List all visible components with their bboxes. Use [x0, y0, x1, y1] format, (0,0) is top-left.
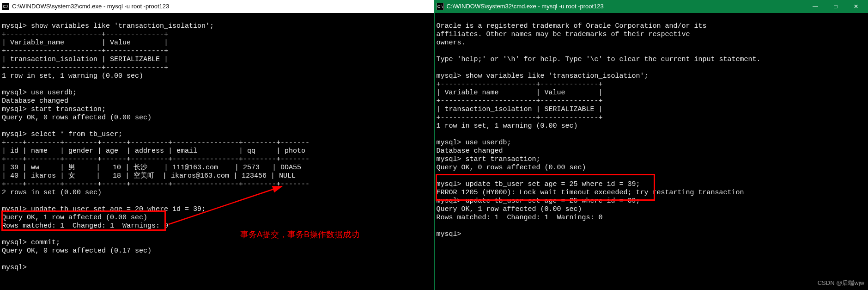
- titlebar-right[interactable]: C:\ C:\WINDOWS\system32\cmd.exe - mysql …: [435, 0, 868, 13]
- terminal-line: +-----------------------+--------------+: [2, 47, 168, 55]
- terminal-line: Type 'help;' or '\h' for help. Type '\c'…: [437, 56, 761, 63]
- terminal-line: Rows matched: 1 Changed: 1 Warnings: 0: [437, 214, 603, 222]
- close-button[interactable]: ✕: [846, 0, 866, 13]
- minimize-button[interactable]: —: [805, 0, 826, 13]
- terminal-line: Database changed: [2, 97, 68, 105]
- terminal-line: owners.: [437, 39, 466, 47]
- terminal-line: mysql> start transaction;: [437, 155, 540, 163]
- terminal-line: mysql> update tb_user set age = 20 where…: [2, 205, 206, 213]
- terminal-line: mysql> show variables like 'transaction_…: [2, 22, 214, 30]
- terminal-left-pane: C:\ C:\WINDOWS\system32\cmd.exe - mysql …: [0, 0, 435, 290]
- terminal-line: mysql> update tb_user set age = 25 where…: [437, 180, 640, 188]
- terminal-line: | Variable_name | Value |: [437, 89, 603, 97]
- terminal-line: ERROR 1205 (HY000): Lock wait timeout ex…: [437, 189, 744, 197]
- terminal-line: mysql> update tb_user set age = 25 where…: [437, 197, 640, 205]
- terminal-line: Database changed: [437, 147, 503, 155]
- terminal-line: mysql> show variables like 'transaction_…: [437, 72, 649, 80]
- terminal-line: mysql>: [2, 264, 27, 271]
- maximize-button[interactable]: □: [826, 0, 846, 13]
- terminal-line: | Variable_name | Value |: [2, 39, 168, 47]
- terminal-line: Query OK, 1 row affected (0.00 sec): [437, 205, 582, 213]
- terminal-content-left[interactable]: mysql> show variables like 'transaction_…: [0, 13, 434, 281]
- terminal-line: +----+--------+--------+------+---------…: [2, 155, 310, 163]
- terminal-line: Rows matched: 1 Changed: 1 Warnings: 0: [2, 222, 168, 230]
- terminal-line: affiliates. Other names may be trademark…: [437, 31, 690, 38]
- window-title-right: C:\WINDOWS\system32\cmd.exe - mysql -u r…: [447, 3, 806, 10]
- terminal-line: 2 rows in set (0.00 sec): [2, 189, 102, 197]
- terminal-line: mysql> select * from tb_user;: [2, 130, 122, 138]
- terminal-line: +-----------------------+--------------+: [437, 114, 603, 122]
- annotation-text: 事务A提交，事务B操作数据成功: [240, 229, 359, 240]
- terminal-line: Query OK, 0 rows affected (0.17 sec): [2, 247, 152, 255]
- terminal-line: +----+--------+--------+------+---------…: [2, 139, 310, 147]
- terminal-line: | transaction_isolation | SERIALIZABLE |: [437, 105, 603, 113]
- terminal-line: | 40 | ikaros | 女 | 18 | 空美町 | ikaros@16…: [2, 172, 296, 180]
- terminal-line: +-----------------------+--------------+: [2, 31, 168, 38]
- terminal-line: Query OK, 1 row affected (0.00 sec): [2, 214, 147, 222]
- terminal-right-pane: C:\ C:\WINDOWS\system32\cmd.exe - mysql …: [435, 0, 868, 290]
- cmd-icon: C:\: [2, 3, 9, 10]
- terminal-line: +-----------------------+--------------+: [437, 80, 603, 88]
- terminal-line: +----+--------+--------+------+---------…: [2, 180, 310, 188]
- terminal-line: Query OK, 0 rows affected (0.00 sec): [437, 164, 586, 172]
- terminal-line: mysql> use userdb;: [437, 139, 511, 147]
- terminal-line: mysql> start transaction;: [2, 105, 106, 113]
- watermark-text: CSDN @后端wjw: [818, 279, 864, 287]
- terminal-content-right[interactable]: Oracle is a registered trademark of Orac…: [435, 13, 868, 248]
- terminal-line: +-----------------------+--------------+: [2, 64, 168, 72]
- terminal-line: 1 row in set, 1 warning (0.00 sec): [437, 122, 578, 130]
- titlebar-left[interactable]: C:\ C:\WINDOWS\system32\cmd.exe - mysql …: [0, 0, 434, 13]
- terminal-line: | 39 | ww | 男 | 10 | 长沙 | 111@163.com | …: [2, 164, 301, 172]
- window-title-left: C:\WINDOWS\system32\cmd.exe - mysql -u r…: [12, 3, 432, 10]
- terminal-line: Query OK, 0 rows affected (0.00 sec): [2, 114, 152, 122]
- terminal-line: 1 row in set, 1 warning (0.00 sec): [2, 72, 143, 80]
- terminal-line: | id | name | gender | age | address | e…: [2, 147, 305, 155]
- terminal-line: mysql> use userdb;: [2, 89, 77, 97]
- terminal-line: mysql> commit;: [2, 239, 60, 247]
- terminal-line: +-----------------------+--------------+: [437, 97, 603, 105]
- terminal-line: | transaction_isolation | SERIALIZABLE |: [2, 56, 168, 63]
- terminal-line: mysql>: [437, 230, 461, 238]
- cmd-icon: C:\: [437, 3, 444, 10]
- terminal-line: Oracle is a registered trademark of Orac…: [437, 22, 707, 30]
